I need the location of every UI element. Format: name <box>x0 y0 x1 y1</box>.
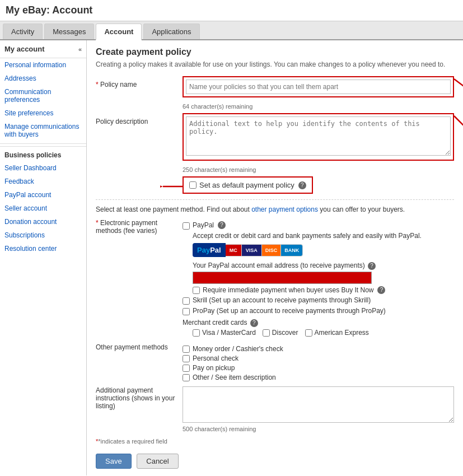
sidebar-item-site-preferences[interactable]: Site preferences <box>0 106 86 120</box>
form-actions: Save Cancel <box>96 449 454 469</box>
policy-desc-textarea[interactable] <box>186 116 451 156</box>
paypal-label: PayPal <box>193 221 214 229</box>
pay-on-pickup-checkbox[interactable] <box>183 365 190 372</box>
discover-option[interactable]: Discover <box>263 329 298 337</box>
other-payment-options-link[interactable]: other payment options <box>251 206 318 213</box>
paypal-option: PayPal ? <box>183 221 454 230</box>
policy-desc-char-count: 250 character(s) remaining <box>183 166 454 173</box>
sidebar-item-subscriptions[interactable]: Subscriptions <box>0 228 86 242</box>
content-title: Create payment policy <box>96 47 454 57</box>
skrill-checkbox[interactable] <box>183 297 190 305</box>
require-immediate-option: Require immediate payment when buyer use… <box>193 286 454 294</box>
sidebar-item-personal-information[interactable]: Personal information <box>0 58 86 72</box>
top-tabs: Activity Messages Account Applications <box>0 21 463 40</box>
sidebar-item-communication-preferences[interactable]: Communication preferences <box>0 85 86 106</box>
amex-option[interactable]: American Express <box>305 329 369 337</box>
page-title: My eBay: Account <box>0 0 463 21</box>
paypal-email-label: Your PayPal account email address (to re… <box>193 262 365 269</box>
sidebar-heading: My account « <box>0 40 86 58</box>
skrill-label: Skrill (Set up an account to receive pay… <box>193 296 371 304</box>
money-order-checkbox[interactable] <box>183 346 190 353</box>
default-policy-label: Set as default payment policy <box>199 181 294 189</box>
sidebar-item-manage-communications[interactable]: Manage communications with buyers <box>0 120 86 141</box>
amex-checkbox[interactable] <box>305 329 312 337</box>
required-star-policy-name: * <box>96 81 99 88</box>
visa-mc-checkbox[interactable] <box>193 329 200 337</box>
sidebar-item-seller-dashboard[interactable]: Seller Dashboard <box>0 161 86 175</box>
policy-name-input[interactable] <box>186 80 451 94</box>
visa-logo: VISA <box>242 245 262 256</box>
merchant-cc-label: Merchant credit cards <box>183 319 247 326</box>
sidebar-item-addresses[interactable]: Addresses <box>0 72 86 85</box>
default-policy-checkbox[interactable] <box>189 181 197 189</box>
payment-section-note: Select at least one payment method. Find… <box>96 206 454 213</box>
paypal-checkbox[interactable] <box>183 222 190 230</box>
sidebar-item-resolution-center[interactable]: Resolution center <box>0 242 86 255</box>
propay-option: ProPay (Set up an account to receive pay… <box>183 307 454 315</box>
personal-check-option: Personal check <box>183 354 454 362</box>
require-immediate-info-icon[interactable]: ? <box>377 286 385 294</box>
policy-name-label: Policy name <box>100 81 137 88</box>
pay-on-pickup-label: Pay on pickup <box>193 364 235 372</box>
pay-on-pickup-option: Pay on pickup <box>183 364 454 372</box>
other-payment-label: Other payment methods <box>96 343 168 351</box>
amex-label: American Express <box>315 329 369 337</box>
personal-check-label: Personal check <box>193 354 238 362</box>
content-subtitle: Creating a policy makes it available for… <box>96 60 454 68</box>
paypal-email-input-placeholder <box>193 272 372 284</box>
propay-label: ProPay (Set up an account to receive pay… <box>193 307 386 315</box>
required-star-electronic: * <box>96 219 99 227</box>
other-desc-checkbox[interactable] <box>183 374 190 381</box>
tab-account[interactable]: Account <box>96 24 142 40</box>
mastercard-logo: MC <box>226 245 242 256</box>
collapse-icon[interactable]: « <box>78 46 82 53</box>
policy-name-char-count: 64 character(s) remaining <box>183 103 454 110</box>
merchant-cc-info-icon[interactable]: ? <box>250 319 258 327</box>
additional-instructions-char-count: 500 character(s) remaining <box>183 426 454 432</box>
discover-label: Discover <box>272 329 298 337</box>
require-immediate-checkbox[interactable] <box>193 287 200 294</box>
paypal-logo-pay: Pay <box>197 246 210 254</box>
other-desc-option: Other / See item description <box>183 374 454 381</box>
merchant-cc-options: Visa / MasterCard Discover American Expr… <box>193 329 454 337</box>
money-order-label: Money order / Cashier's check <box>193 345 283 353</box>
form-footer: **indicates a required field <box>96 438 454 445</box>
skrill-option: Skrill (Set up an account to receive pay… <box>183 296 454 305</box>
money-order-option: Money order / Cashier's check <box>183 345 454 353</box>
discover-checkbox[interactable] <box>263 329 270 337</box>
paypal-desc: Accept credit or debit card and bank pay… <box>193 232 454 240</box>
paypal-email-section: Your PayPal account email address (to re… <box>193 262 454 284</box>
discover-logo: DISC <box>262 245 282 256</box>
tab-messages[interactable]: Messages <box>44 24 94 39</box>
svg-line-2 <box>454 116 463 138</box>
default-policy-info-icon[interactable]: ? <box>298 181 306 189</box>
sidebar: My account « Personal information Addres… <box>0 40 87 475</box>
paypal-email-info-icon[interactable]: ? <box>368 262 376 270</box>
policy-desc-label: Policy description <box>96 118 148 125</box>
tab-activity[interactable]: Activity <box>3 24 43 39</box>
require-immediate-label: Require immediate payment when buyer use… <box>203 286 373 294</box>
sidebar-item-donation-account[interactable]: Donation account <box>0 215 86 228</box>
propay-checkbox[interactable] <box>183 308 190 315</box>
svg-line-0 <box>454 79 463 96</box>
tab-applications[interactable]: Applications <box>143 24 199 39</box>
paypal-info-icon[interactable]: ? <box>218 221 226 229</box>
additional-instructions-label: Additional payment instructions (shows i… <box>96 386 175 410</box>
personal-check-checkbox[interactable] <box>183 355 190 362</box>
sidebar-item-seller-account[interactable]: Seller account <box>0 202 86 215</box>
merchant-cc-section: Merchant credit cards ? Visa / MasterCar… <box>183 319 454 337</box>
visa-mc-option[interactable]: Visa / MasterCard <box>193 329 256 337</box>
additional-instructions-textarea[interactable] <box>183 386 454 423</box>
content-area: Create payment policy Creating a policy … <box>87 40 463 475</box>
save-button[interactable]: Save <box>96 454 132 469</box>
paypal-logo-area: PayPal MC VISA DISC BANK <box>193 243 454 257</box>
sidebar-item-paypal-account[interactable]: PayPal account <box>0 188 86 202</box>
sidebar-heading-label: My account <box>4 45 45 53</box>
paypal-logo-pal: Pal <box>210 246 221 254</box>
other-methods-section: Money order / Cashier's check Personal c… <box>183 343 454 383</box>
cancel-button[interactable]: Cancel <box>137 454 178 469</box>
electronic-label: Electronic payment methods (fee varies) <box>96 219 157 235</box>
other-desc-label: Other / See item description <box>193 374 276 381</box>
sidebar-business-section: Business policies <box>0 146 86 161</box>
sidebar-item-feedback[interactable]: Feedback <box>0 175 86 188</box>
